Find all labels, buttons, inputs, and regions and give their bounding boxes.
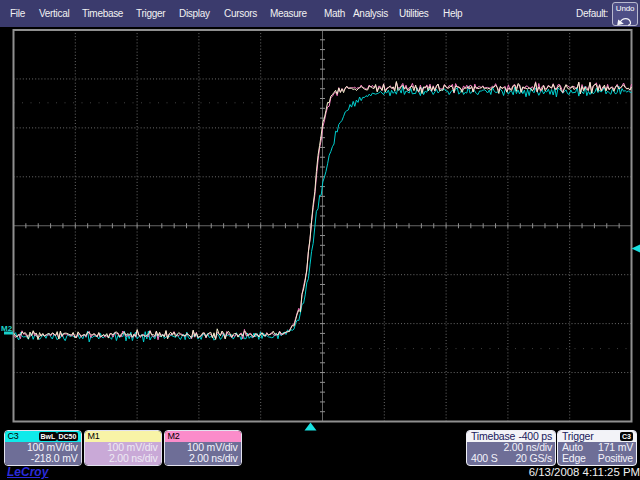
- svg-text:M2: M2: [1, 324, 13, 333]
